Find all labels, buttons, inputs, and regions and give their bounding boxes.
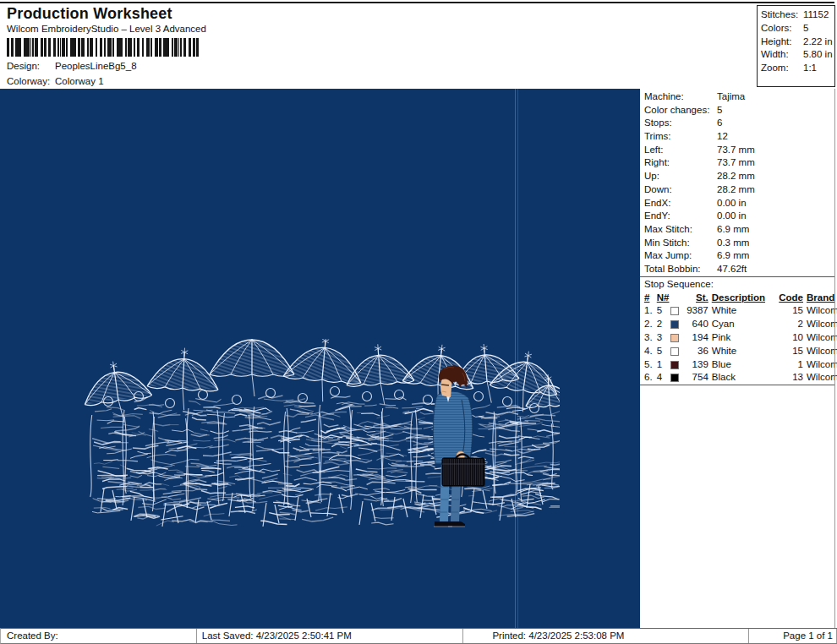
info-label: Total Bobbin: [644,263,717,276]
barcode-icon [7,38,199,57]
stat-label: Height: [761,35,803,49]
info-label: Right: [644,156,717,170]
stat-value: 1:1 [803,62,817,75]
stat-value: 11152 [803,8,829,22]
info-value: 0.00 in [717,197,747,210]
stats-row: Colors:5 [761,22,834,35]
info-label: Max Stitch: [644,223,717,237]
man-jacket [434,391,473,464]
stat-label: Width: [761,48,803,62]
info-row: Down:28.2 mm [640,183,837,197]
app-subtitle: Wilcom EmbroideryStudio – Level 3 Advanc… [7,24,206,34]
info-label: Trims: [644,130,717,144]
info-label: Up: [644,170,717,183]
info-value: 12 [717,130,728,144]
stop-sequence-row: 4.536White15Wilcom [640,345,834,358]
briefcase [442,458,484,486]
machine-info-list: Machine:Tajima Color changes:5 Stops:6 T… [640,89,837,276]
design-stats-box: Stitches:11152 Colors:5 Height:2.22 in W… [757,5,835,87]
stop-sequence-row: 1.59387White15Wilcom [640,304,834,318]
info-value: 0.00 in [717,210,747,223]
stat-value: 2.22 in [803,35,833,49]
info-label: Left: [644,144,717,157]
col-header-code: Code [775,292,803,305]
panel-divider [640,385,834,385]
info-label: Stops: [644,117,717,130]
info-value: Tajima [717,90,745,104]
info-row: Left:73.7 mm [640,144,837,157]
stats-row: Width:5.80 in [761,48,834,62]
white-stitch-crowd [83,339,560,527]
stats-row: Stitches:11152 [761,8,834,22]
info-label: Machine: [644,90,717,104]
stat-value: 5 [803,22,808,35]
info-row: Right:73.7 mm [640,156,837,170]
colorway-label: Colorway: [7,75,55,87]
thread-color-swatch [670,307,679,315]
info-row: Max Stitch:6.9 mm [640,223,837,237]
info-label: Down: [644,183,717,197]
man-glasses [441,385,449,385]
info-row: Trims:12 [640,130,837,144]
info-row: Total Bobbin:47.62ft [640,263,837,276]
info-value: 73.7 mm [717,156,755,170]
design-value: PeoplesLineBg5_8 [55,61,137,71]
page-title: Production Worksheet [7,5,172,23]
stat-value: 5.80 in [803,48,833,62]
info-label: Color changes: [644,104,717,117]
info-value: 73.7 mm [717,144,755,157]
production-worksheet-page: Production Worksheet Wilcom EmbroiderySt… [0,0,837,644]
machine-info-panel: Machine:Tajima Color changes:5 Stops:6 T… [640,89,837,628]
info-label: Min Stitch: [644,237,717,250]
info-value: 6.9 mm [717,249,749,263]
man-shoe [449,521,465,527]
thread-color-swatch [670,361,679,369]
colorway-value: Colorway 1 [55,76,104,86]
created-by-cell: Created By: [1,629,197,643]
col-header-st: St. [681,292,708,305]
stop-sequence-row: 5.1139Blue1Wilcom [640,358,834,372]
col-header-n: N# [657,292,670,305]
col-header-brand: Brand [807,292,834,305]
info-row: EndX:0.00 in [640,197,837,210]
info-row: Up:28.2 mm [640,170,837,183]
stat-label: Zoom: [761,62,803,75]
printed-cell: Printed: 4/23/2025 2:53:08 PM [463,629,749,643]
stat-label: Colors: [761,22,803,35]
design-row: Design:PeoplesLineBg5_8 [7,60,137,72]
stats-row: Height:2.22 in [761,35,834,49]
info-value: 47.62ft [717,263,747,276]
info-value: 28.2 mm [717,170,755,183]
info-row: Min Stitch:0.3 mm [640,237,837,250]
stat-label: Stitches: [761,8,803,22]
info-row: Machine:Tajima [640,90,837,104]
stop-sequence-row: 6.4754Black13Wilcom [640,371,834,385]
thread-color-swatch [670,374,679,382]
crowd-with-umbrellas-embroidery-design [83,339,560,542]
thread-color-swatch [670,320,679,329]
panel-right-border [834,89,835,628]
stop-sequence-table: # N# St. Description Code Brand 1.59387W… [640,292,837,385]
stats-row: Zoom:1:1 [761,62,834,75]
info-row: Stops:6 [640,117,837,130]
col-header-description: Description [712,292,775,305]
info-value: 6.9 mm [717,223,749,237]
colorway-row: Colorway:Colorway 1 [7,75,104,87]
footer-bar: Created By: Last Saved: 4/23/2025 2:50:4… [0,628,837,644]
info-row: Color changes:5 [640,104,837,117]
last-saved-cell: Last Saved: 4/23/2025 2:50:41 PM [197,629,464,643]
thread-color-swatch [670,334,679,342]
info-label: Max Jump: [644,249,717,263]
info-row: Max Jump:6.9 mm [640,249,837,263]
page-number-cell: Page 1 of 1 [749,629,837,643]
info-label: EndX: [644,197,717,210]
top-rule [0,2,834,3]
thread-color-swatch [670,347,679,356]
stop-sequence-title: Stop Sequence: [640,277,837,292]
info-value: 28.2 mm [717,183,755,197]
embroidery-canvas [0,89,640,628]
info-row: EndY:0.00 in [640,210,837,223]
stop-sequence-header: # N# St. Description Code Brand [640,292,834,305]
stop-sequence-row: 3.3194Pink10Wilcom [640,331,834,345]
design-label: Design: [7,60,55,72]
